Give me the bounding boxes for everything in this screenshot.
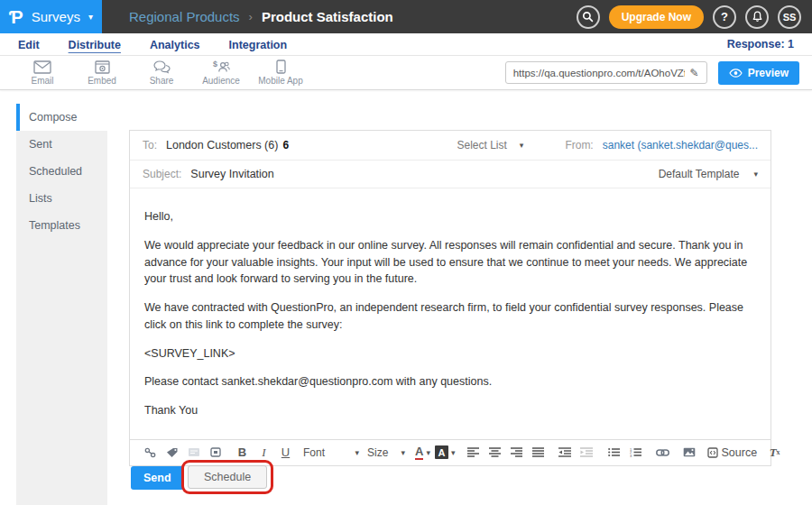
increase-indent-icon[interactable] [577, 443, 596, 462]
survey-nav: Edit Distribute Analytics Integration Re… [0, 33, 812, 56]
sidebar-item-label: Sent [29, 138, 52, 151]
to-row-right: Select List ▾ From: sanket (sanket.shekd… [457, 139, 758, 152]
send-button[interactable]: Send [131, 466, 184, 490]
align-right-icon[interactable] [507, 443, 526, 462]
sidebar-item-lists[interactable]: Lists [16, 185, 107, 212]
email-compose-panel: To: London Customers (6) 6 Select List ▾… [129, 130, 771, 466]
align-center-icon[interactable] [485, 443, 504, 462]
underline-button[interactable]: U [276, 443, 295, 462]
insert-image-icon[interactable] [680, 443, 699, 462]
channel-label: Share [150, 76, 174, 86]
template-dropdown[interactable]: Default Template ▾ [659, 168, 758, 180]
search-button[interactable] [577, 5, 600, 29]
remove-format-button[interactable]: Tx [765, 443, 784, 462]
numbered-list-icon[interactable]: 123 [626, 443, 645, 462]
breadcrumb-separator: › [249, 10, 253, 23]
merge-tag-icon[interactable] [162, 443, 181, 462]
channel-email[interactable]: Email [13, 60, 72, 86]
avatar-initials: SS [783, 12, 797, 23]
font-dropdown-label: Font [303, 446, 325, 459]
tab-edit[interactable]: Edit [18, 37, 40, 51]
text-color-button[interactable]: A ▾ [413, 443, 432, 462]
breadcrumb-current: Product Satisfaction [262, 9, 393, 24]
body-paragraph: Thank You [144, 402, 756, 419]
bullet-list-icon[interactable] [604, 443, 623, 462]
sidebar-item-sent[interactable]: Sent [16, 131, 107, 158]
tab-analytics[interactable]: Analytics [150, 37, 200, 51]
preview-label: Preview [748, 67, 789, 79]
tab-integration[interactable]: Integration [229, 37, 288, 51]
chevron-down-icon: ▾ [426, 448, 430, 457]
remove-format-x: x [777, 448, 780, 456]
notifications-button[interactable] [745, 5, 769, 29]
upgrade-now-button[interactable]: Upgrade Now [609, 5, 704, 29]
svg-text:$: $ [213, 60, 217, 69]
chevron-down-icon: ▾ [451, 448, 456, 457]
background-color-button[interactable]: A ▾ [435, 443, 456, 462]
edit-pencil-icon[interactable]: ✎ [690, 67, 699, 79]
body-paragraph: We have contracted with QuestionPro, an … [144, 299, 756, 334]
audience-dollar-people-icon: $ [212, 60, 230, 74]
channel-audience[interactable]: $ Audience [191, 60, 251, 86]
chevron-down-icon: ▾ [355, 448, 359, 457]
breadcrumb-parent-link[interactable]: Regional Products [129, 9, 240, 24]
avatar[interactable]: SS [778, 5, 801, 29]
sidebar-item-templates[interactable]: Templates [16, 212, 107, 239]
help-button[interactable]: ? [713, 5, 736, 29]
subject-label: Subject: [143, 168, 181, 180]
email-body-editor[interactable]: Hello, We would appreciate your feedback… [130, 188, 770, 439]
topbar-actions: Upgrade Now ? SS [577, 5, 812, 29]
embed-code-icon [95, 60, 110, 74]
body-paragraph: Please contact sanket.shekdar@questionpr… [144, 373, 756, 390]
align-left-icon[interactable] [464, 443, 483, 462]
body-paragraph: Hello, [144, 208, 756, 225]
fill-color-a-icon: A [435, 445, 448, 459]
channel-mobile-app[interactable]: Mobile App [251, 60, 310, 86]
source-button[interactable]: Source [707, 443, 758, 462]
decrease-indent-icon[interactable] [556, 443, 575, 462]
channel-share[interactable]: Share [132, 60, 191, 86]
recipient-count[interactable]: 6 [282, 139, 289, 152]
from-label: From: [565, 139, 593, 152]
share-bubbles-icon [153, 60, 171, 74]
hyperlink-chain-icon[interactable] [653, 443, 672, 462]
font-dropdown[interactable]: Font ▾ [303, 446, 359, 459]
search-icon [582, 11, 594, 23]
source-label: Source [722, 446, 758, 459]
survey-url-text: https://qa.questionpro.com/t/AOhoVZfqml [513, 68, 685, 78]
distribute-channels-toolbar: Email Embed Share $ Audience Mobile App … [0, 56, 812, 90]
breadcrumb: Regional Products › Product Satisfaction [129, 9, 393, 24]
subject-row: Subject: Survey Invitation Default Templ… [130, 161, 770, 188]
sidebar-item-label: Compose [29, 111, 78, 124]
survey-url-field[interactable]: https://qa.questionpro.com/t/AOhoVZfqml … [505, 61, 707, 84]
justify-icon[interactable] [529, 443, 548, 462]
remove-format-t: T [770, 445, 777, 460]
red-highlight-annotation: Schedule [181, 460, 273, 494]
questionpro-logo-icon: Ƥ [9, 8, 23, 26]
sidebar-item-compose[interactable]: Compose [16, 104, 107, 131]
preview-button[interactable]: Preview [718, 61, 799, 85]
template-label: Default Template [659, 168, 740, 180]
svg-text:3: 3 [630, 454, 632, 457]
to-row: To: London Customers (6) 6 Select List ▾… [130, 131, 770, 161]
sidebar-item-label: Templates [29, 219, 80, 232]
subject-input[interactable]: Survey Invitation [190, 168, 273, 180]
tab-distribute[interactable]: Distribute [69, 37, 121, 51]
insert-link-icon[interactable] [141, 443, 160, 462]
text-color-a-icon: A [415, 445, 423, 460]
to-recipient-list[interactable]: London Customers (6) [166, 139, 278, 152]
schedule-button[interactable]: Schedule [188, 465, 267, 489]
from-sender[interactable]: sanket (sanket.shekdar@ques... [603, 139, 758, 152]
channel-label: Embed [88, 76, 116, 86]
size-dropdown[interactable]: Size ▾ [367, 446, 405, 459]
mobile-phone-icon [276, 60, 286, 74]
bell-icon [752, 11, 763, 23]
sidebar-item-label: Lists [29, 192, 52, 205]
sidebar-item-scheduled[interactable]: Scheduled [16, 158, 107, 185]
channel-embed[interactable]: Embed [72, 60, 132, 86]
select-list-dropdown[interactable]: Select List ▾ [457, 139, 523, 152]
to-label: To: [143, 139, 157, 152]
size-dropdown-label: Size [367, 446, 388, 459]
response-count[interactable]: Response: 1 [727, 38, 794, 50]
surveys-product-menu[interactable]: Ƥ Surveys ▾ [0, 0, 102, 33]
